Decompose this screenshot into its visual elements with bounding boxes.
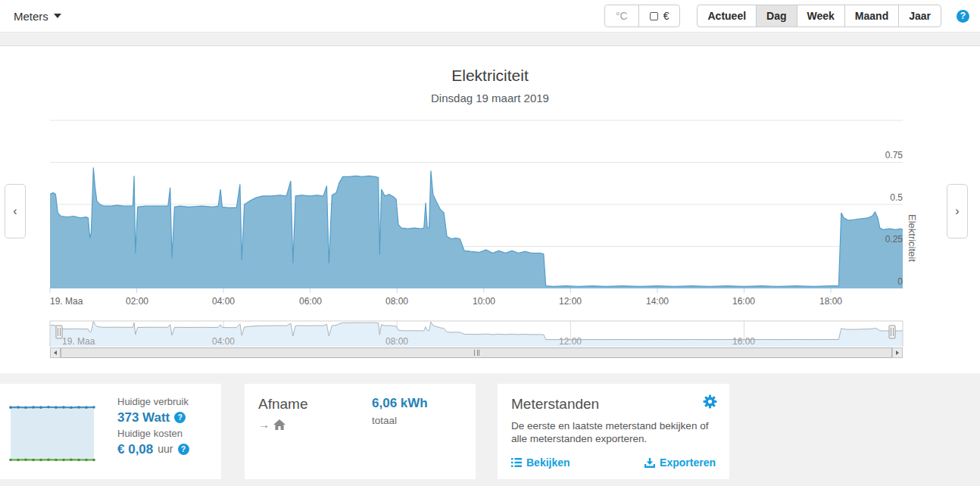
help-icon[interactable]: ?: [174, 412, 186, 423]
y-axis-label: 0.5: [869, 192, 903, 203]
usage-label: Huidige verbruik: [117, 394, 189, 410]
triangle-left-icon: [54, 350, 57, 355]
euro-label: €: [663, 10, 669, 22]
arrow-right-icon: →: [258, 418, 270, 431]
meterstanden-description: De eerste en laatste meterstand bekijken…: [511, 419, 717, 445]
scrollbar-right-button[interactable]: [892, 347, 903, 358]
euro-checkbox[interactable]: [650, 12, 658, 20]
tab-actueel[interactable]: Actueel: [698, 5, 756, 26]
settings-button[interactable]: [703, 394, 717, 412]
home-icon: [273, 419, 286, 430]
afname-total: 6,06 kWh totaal: [372, 396, 428, 426]
cards-row: Huidige verbruik 373 Watt ? Huidige kost…: [0, 373, 980, 486]
exporteren-label: Exporteren: [660, 456, 716, 469]
scrollbar-left-button[interactable]: [50, 347, 61, 358]
y-axis-label: 0: [869, 276, 903, 287]
current-usage-text: Huidige verbruik 373 Watt ? Huidige kost…: [117, 394, 189, 457]
meterstanden-title: Meterstanden: [511, 396, 716, 413]
list-icon: [511, 458, 522, 467]
cost-label: Huidige kosten: [117, 425, 189, 441]
afname-value: 6,06 kWh: [372, 396, 428, 411]
tab-dag[interactable]: Dag: [756, 5, 796, 26]
chevron-down-icon: [54, 14, 61, 18]
usage-value: 373 Watt: [117, 410, 170, 425]
navigator-label: 16:00: [721, 336, 766, 347]
afname-icons: →: [258, 418, 462, 431]
meterstanden-links: Bekijken Exporteren: [511, 456, 716, 469]
navigator-label: 19. Maa: [62, 336, 108, 347]
scrollbar-thumb[interactable]: [61, 347, 892, 358]
electricity-area-series: [50, 167, 903, 288]
y-axis-label: 0.75: [869, 150, 903, 160]
gear-icon: [703, 394, 717, 409]
afname-subtitle: totaal: [372, 415, 428, 426]
x-axis-label: 18:00: [808, 296, 854, 307]
x-axis-label: 08:00: [374, 296, 420, 307]
topbar: Meters °C € Actueel Dag Week Maand Jaar …: [0, 0, 980, 33]
tab-week[interactable]: Week: [797, 5, 844, 26]
navigator-label: 12:00: [548, 336, 593, 347]
cost-unit: uur: [158, 441, 173, 457]
celsius-label: °C: [616, 10, 628, 22]
x-axis-label: 16:00: [721, 296, 766, 307]
y-axis-title: Elektriciteit: [907, 214, 918, 262]
triangle-right-icon: [896, 350, 899, 355]
meters-dropdown-label: Meters: [14, 10, 48, 23]
card-afname: Afname → 6,06 kWh totaal: [245, 384, 476, 479]
x-axis-label: 10:00: [461, 296, 507, 307]
download-icon: [644, 458, 655, 468]
chart-scrollbar: [50, 347, 903, 358]
electricity-area-chart: [0, 46, 980, 374]
usage-sparkline-thumbnail[interactable]: [8, 396, 97, 466]
chart-panel: Elektriciteit Dinsdag 19 maart 2019 0.75…: [0, 45, 980, 373]
x-axis-label: 04:00: [201, 296, 246, 307]
y-axis-label: 0.25: [869, 234, 903, 245]
pan-left-button[interactable]: ‹: [5, 184, 26, 238]
help-icon[interactable]: ?: [178, 444, 189, 455]
x-axis-label: 06:00: [288, 296, 333, 307]
card-meterstanden: Meterstanden De eerste en laatste meters…: [498, 384, 729, 479]
scrollbar-grip-icon: [474, 350, 479, 356]
bekijken-label: Bekijken: [526, 456, 570, 469]
tab-jaar[interactable]: Jaar: [898, 5, 941, 26]
celsius-toggle-button[interactable]: °C: [605, 5, 638, 26]
pan-right-button[interactable]: ›: [947, 184, 968, 238]
bekijken-link[interactable]: Bekijken: [511, 456, 570, 469]
exporteren-link[interactable]: Exporteren: [644, 456, 716, 469]
help-icon[interactable]: ?: [957, 10, 969, 23]
chevron-left-icon: ‹: [13, 204, 17, 218]
navigator-handle[interactable]: [889, 326, 895, 338]
unit-toggle-group: °C €: [604, 5, 681, 27]
cost-value: € 0,08: [117, 441, 153, 457]
euro-toggle-button[interactable]: €: [638, 5, 680, 26]
card-current-usage: Huidige verbruik 373 Watt ? Huidige kost…: [0, 384, 221, 479]
navigator-handle[interactable]: [56, 326, 62, 338]
meters-dropdown[interactable]: Meters: [14, 10, 61, 23]
x-axis-label: 19. Maa: [50, 296, 103, 307]
navigator-label: 08:00: [374, 336, 420, 347]
x-axis-label: 12:00: [548, 296, 593, 307]
period-tab-group: Actueel Dag Week Maand Jaar: [697, 5, 941, 27]
afname-title: Afname: [258, 396, 462, 413]
tab-maand[interactable]: Maand: [844, 5, 898, 26]
x-axis-label: 02:00: [114, 296, 160, 307]
chevron-right-icon: ›: [955, 204, 959, 218]
navigator-label: 04:00: [201, 336, 246, 347]
x-axis-label: 14:00: [635, 296, 680, 307]
